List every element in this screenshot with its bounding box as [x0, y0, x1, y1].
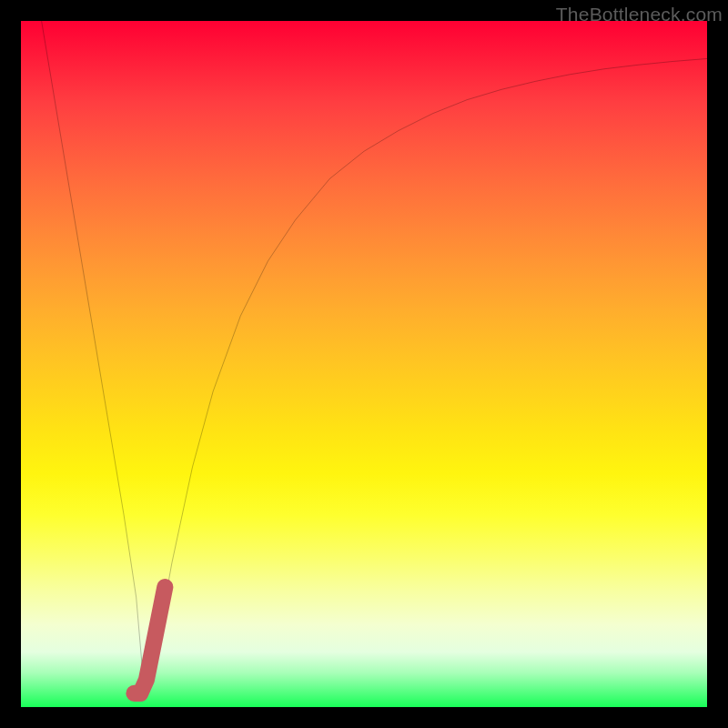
tick-mark-path: [134, 587, 165, 693]
chart-frame: TheBottleneck.com: [0, 0, 728, 728]
bottleneck-curve-path: [42, 21, 707, 693]
bottleneck-curve: [42, 21, 707, 693]
tick-mark: [134, 587, 165, 693]
plot-area: [21, 21, 707, 707]
chart-svg: [21, 21, 707, 707]
